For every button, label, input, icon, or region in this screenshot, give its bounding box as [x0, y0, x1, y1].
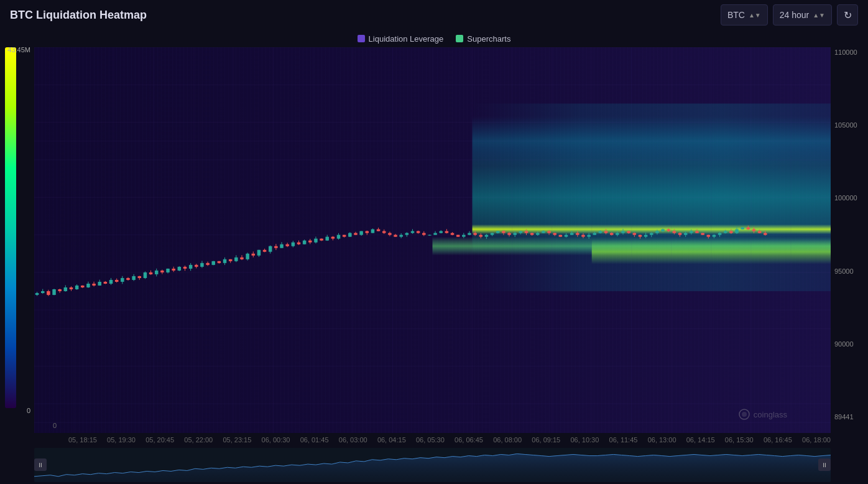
scale-label-min: 0	[27, 407, 30, 414]
price-label-110000: 110000	[834, 49, 868, 56]
price-label-89441: 89441	[834, 413, 868, 421]
x-axis-label: 06, 09:15	[532, 436, 560, 444]
x-axis-label: 06, 06:45	[455, 436, 483, 444]
x-axis-label: 06, 10:30	[570, 436, 599, 444]
x-axis-label: 06, 13:00	[648, 436, 676, 444]
legend-item-supercharts: Supercharts	[456, 34, 510, 44]
x-axis-label: 05, 19:30	[107, 436, 136, 444]
refresh-button[interactable]: ↻	[837, 4, 858, 26]
heatmap-canvas	[34, 47, 831, 433]
x-axis: 05, 18:1505, 19:3005, 20:4505, 22:0005, …	[68, 433, 831, 447]
legend-item-liquidation: Liquidation Leverage	[358, 34, 444, 44]
x-axis-label: 06, 05:30	[416, 436, 445, 444]
chevron-updown-icon: ▲▼	[813, 12, 825, 19]
x-axis-label: 05, 20:45	[145, 436, 174, 444]
x-axis-label: 06, 03:00	[339, 436, 367, 444]
x-axis-label: 06, 08:00	[493, 436, 522, 444]
x-axis-label: 06, 11:45	[609, 436, 638, 444]
time-dropdown[interactable]: 24 hour ▲▼	[773, 4, 832, 26]
y-axis-right: 110000 105000 100000 95000 90000 89441	[831, 47, 868, 433]
x-axis-label: 05, 22:00	[184, 436, 213, 444]
x-axis-label: 06, 16:45	[764, 436, 792, 444]
x-axis-label: 06, 00:30	[262, 436, 290, 444]
y-axis-left: 43.45M 0	[0, 47, 34, 433]
x-axis-label: 05, 18:15	[68, 436, 97, 444]
mini-chart-area: ⏸ ⏸	[0, 448, 868, 482]
price-label-90000: 90000	[834, 340, 868, 348]
controls-area: BTC ▲▼ 24 hour ▲▼ ↻	[721, 4, 858, 26]
chevron-down-icon: ▲▼	[749, 12, 761, 19]
scale-label-max: 43.45M	[7, 46, 30, 54]
watermark: coinglass	[738, 408, 787, 421]
legend-label-supercharts: Supercharts	[467, 34, 510, 44]
time-value: 24 hour	[780, 10, 809, 20]
chart-area: 43.45M 0 coinglass 110000 105000 100000 …	[0, 47, 868, 433]
header: BTC Liquidation Heatmap BTC ▲▼ 24 hour ▲…	[0, 0, 868, 30]
x-axis-label: 06, 01:45	[300, 436, 329, 444]
svg-point-1	[742, 412, 747, 417]
asset-dropdown[interactable]: BTC ▲▼	[721, 4, 768, 26]
heatmap-container: coinglass	[34, 47, 831, 433]
mini-chart-canvas	[34, 448, 831, 482]
mini-scroll-left-button[interactable]: ⏸	[34, 458, 47, 471]
coinglass-logo-icon	[738, 408, 750, 421]
x-axis-label: 06, 18:00	[802, 436, 831, 444]
x-axis-label: 06, 14:15	[686, 436, 715, 444]
mini-spacer-right	[831, 448, 868, 482]
legend-label-liquidation: Liquidation Leverage	[369, 34, 444, 44]
x-axis-zero: 0	[53, 422, 57, 429]
refresh-icon: ↻	[844, 9, 852, 21]
legend: Liquidation Leverage Supercharts	[0, 30, 868, 47]
x-axis-label: 06, 15:30	[725, 436, 754, 444]
mini-scroll-right-button[interactable]: ⏸	[818, 458, 831, 471]
price-label-95000: 95000	[834, 268, 868, 275]
price-label-100000: 100000	[834, 194, 868, 202]
color-scale	[5, 47, 16, 408]
mini-chart	[34, 448, 831, 482]
mini-spacer-left	[0, 448, 34, 482]
asset-value: BTC	[727, 10, 745, 20]
x-axis-label: 05, 23:15	[223, 436, 251, 444]
page-title: BTC Liquidation Heatmap	[10, 9, 147, 22]
x-axis-label: 06, 04:15	[377, 436, 406, 444]
price-label-105000: 105000	[834, 121, 868, 129]
legend-color-liquidation	[358, 35, 365, 42]
legend-color-supercharts	[456, 35, 463, 42]
watermark-text: coinglass	[754, 410, 787, 419]
